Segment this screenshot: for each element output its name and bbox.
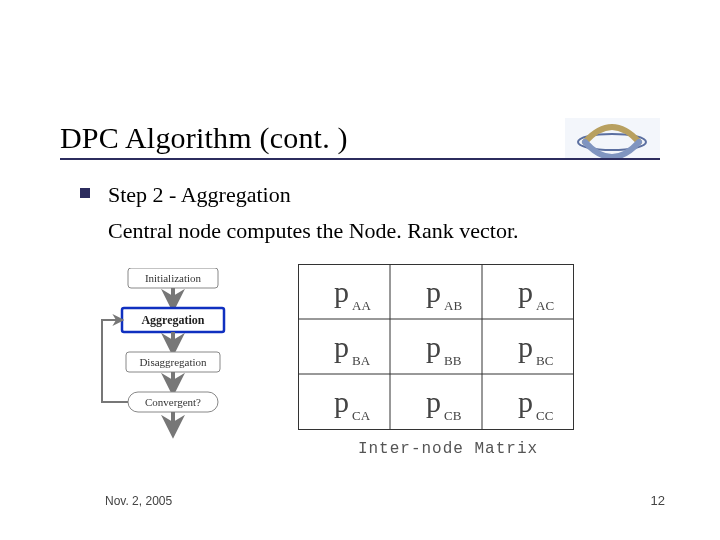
matrix-p-21-sub: CB — [444, 408, 462, 423]
matrix-grid: p AA p AB p AC p BA p BB p BC p CA p CB … — [298, 264, 574, 432]
matrix-p-11-base: p — [426, 330, 441, 363]
bullet-item: Step 2 - Aggregation — [80, 180, 660, 210]
matrix-p-01-sub: AB — [444, 298, 462, 313]
matrix-p-21-base: p — [426, 385, 441, 418]
matrix-p-20-base: p — [334, 385, 349, 418]
matrix-p-10-sub: BA — [352, 353, 371, 368]
step-line: Step 2 - Aggregation — [108, 180, 291, 210]
matrix-p-00-base: p — [334, 275, 349, 308]
footer-page-number: 12 — [651, 493, 665, 508]
matrix-p-01-base: p — [426, 275, 441, 308]
flowchart: Initialization Aggregation Disaggregatio… — [78, 268, 248, 458]
matrix: p AA p AB p AC p BA p BB p BC p CA p CB … — [298, 264, 598, 458]
flow-box-3: Convergent? — [145, 396, 201, 408]
matrix-caption: Inter-node Matrix — [298, 440, 598, 458]
diagram-area: Initialization Aggregation Disaggregatio… — [78, 268, 638, 468]
footer-date: Nov. 2, 2005 — [105, 494, 172, 508]
slide-title: DPC Algorithm (cont. ) — [60, 121, 348, 155]
title-underline — [60, 158, 660, 160]
detail-line: Central node computes the Node. Rank vec… — [108, 216, 660, 246]
matrix-p-10-base: p — [334, 330, 349, 363]
flow-box-0: Initialization — [145, 272, 202, 284]
slide: DPC Algorithm (cont. ) Step 2 - Aggregat… — [0, 0, 720, 540]
matrix-p-20-sub: CA — [352, 408, 371, 423]
body: Step 2 - Aggregation Central node comput… — [80, 180, 660, 245]
matrix-p-02-base: p — [518, 275, 533, 308]
flow-box-1: Aggregation — [141, 313, 204, 327]
flow-box-2: Disaggregation — [139, 356, 207, 368]
matrix-p-22-sub: CC — [536, 408, 553, 423]
title-row: DPC Algorithm (cont. ) — [60, 118, 660, 158]
matrix-p-02-sub: AC — [536, 298, 554, 313]
matrix-p-00-sub: AA — [352, 298, 371, 313]
matrix-p-12-base: p — [518, 330, 533, 363]
matrix-p-12-sub: BC — [536, 353, 553, 368]
matrix-p-22-base: p — [518, 385, 533, 418]
logo-icon — [565, 118, 660, 158]
matrix-p-11-sub: BB — [444, 353, 462, 368]
bullet-icon — [80, 188, 90, 198]
